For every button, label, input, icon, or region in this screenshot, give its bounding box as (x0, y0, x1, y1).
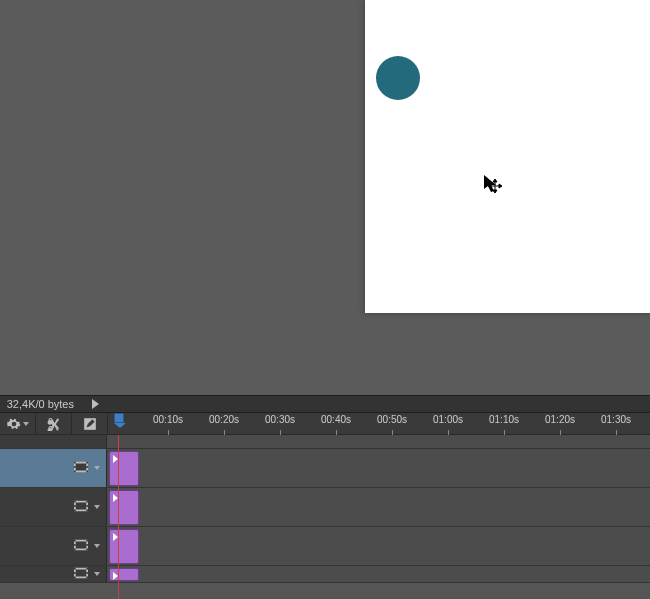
ruler-tick: 01:00s (420, 413, 476, 435)
cut-button[interactable] (36, 413, 72, 434)
layer-header-gutter (0, 435, 107, 448)
chevron-down-icon[interactable] (94, 572, 100, 576)
timeline-ruler[interactable]: 00:10s00:20s00:30s00:40s00:50s01:00s01:1… (108, 413, 650, 434)
svg-rect-35 (86, 549, 88, 551)
svg-rect-17 (86, 462, 88, 464)
svg-rect-38 (74, 568, 76, 570)
pencil-icon (83, 417, 97, 431)
stage-circle-shape[interactable] (376, 56, 420, 100)
chevron-down-icon[interactable] (94, 505, 100, 509)
svg-rect-27 (86, 510, 88, 512)
layer-track[interactable] (107, 566, 650, 582)
ruler-strip (0, 435, 650, 449)
timeline-tracks (0, 435, 650, 583)
svg-rect-23 (74, 505, 76, 507)
canvas[interactable] (365, 0, 650, 313)
ruler-tick: 00:10s (140, 413, 196, 435)
svg-rect-25 (86, 501, 88, 503)
timeline-header: 00:10s00:20s00:30s00:40s00:50s01:00s01:1… (0, 413, 650, 435)
layer-row[interactable] (0, 488, 650, 527)
playhead-line (118, 435, 119, 599)
settings-button[interactable] (0, 413, 36, 434)
filmstrip-icon (74, 537, 88, 555)
svg-rect-34 (86, 544, 88, 546)
svg-rect-40 (74, 577, 76, 579)
svg-rect-22 (74, 501, 76, 503)
playhead[interactable] (114, 413, 124, 423)
layer-label-cell[interactable] (0, 566, 107, 582)
ruler-tick: 00:40s (308, 413, 364, 435)
ruler-tick: 01:30s (588, 413, 644, 435)
layer-row[interactable] (0, 527, 650, 566)
ruler-tick: 00:30s (252, 413, 308, 435)
stage-area (0, 0, 650, 395)
ruler-tick: 01:10s (476, 413, 532, 435)
filmstrip-icon (74, 459, 88, 477)
timeline-clip[interactable] (109, 529, 139, 564)
edit-button[interactable] (72, 413, 108, 434)
svg-rect-41 (86, 568, 88, 570)
svg-rect-42 (86, 572, 88, 574)
svg-rect-16 (74, 471, 76, 473)
status-bar: 32,4K/0 bytes (0, 395, 650, 413)
ruler-strip-track[interactable] (107, 435, 650, 448)
gear-icon (7, 417, 21, 431)
svg-rect-24 (74, 510, 76, 512)
svg-rect-13 (76, 464, 87, 471)
layer-row[interactable] (0, 449, 650, 488)
layer-label-cell[interactable] (0, 488, 107, 526)
status-info: 32,4K/0 bytes (0, 398, 80, 410)
svg-rect-29 (76, 542, 87, 549)
timeline-clip[interactable] (109, 451, 139, 486)
chevron-down-icon[interactable] (94, 544, 100, 548)
ruler-tick: 00:20s (196, 413, 252, 435)
layer-label-cell[interactable] (0, 449, 107, 487)
scissors-icon (47, 417, 61, 431)
svg-rect-43 (86, 577, 88, 579)
svg-rect-37 (76, 570, 87, 577)
svg-rect-39 (74, 572, 76, 574)
timeline-panel: 00:10s00:20s00:30s00:40s00:50s01:00s01:1… (0, 413, 650, 583)
svg-rect-26 (86, 505, 88, 507)
chevron-down-icon[interactable] (94, 466, 100, 470)
svg-rect-18 (86, 466, 88, 468)
timeline-clip[interactable] (109, 490, 139, 525)
layer-label-cell[interactable] (0, 527, 107, 565)
svg-rect-15 (74, 466, 76, 468)
filmstrip-icon (74, 498, 88, 516)
svg-rect-30 (74, 540, 76, 542)
layer-track[interactable] (107, 488, 650, 526)
svg-rect-19 (86, 471, 88, 473)
filmstrip-icon (74, 565, 88, 583)
layer-track[interactable] (107, 449, 650, 487)
ruler-tick: 00:50s (364, 413, 420, 435)
play-icon[interactable] (92, 399, 99, 409)
svg-rect-32 (74, 549, 76, 551)
svg-rect-31 (74, 544, 76, 546)
layer-row[interactable] (0, 566, 650, 583)
svg-rect-21 (76, 503, 87, 510)
timeline-clip[interactable] (109, 568, 139, 581)
svg-rect-14 (74, 462, 76, 464)
svg-rect-33 (86, 540, 88, 542)
layer-track[interactable] (107, 527, 650, 565)
ruler-tick: 01:20s (532, 413, 588, 435)
